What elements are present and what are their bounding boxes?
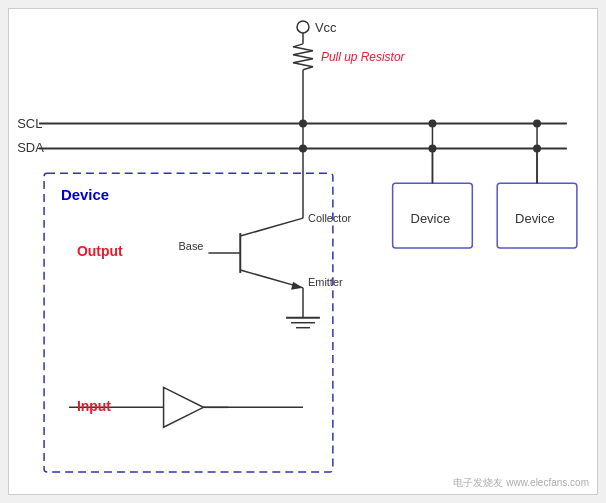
emitter-label: Emitter (308, 276, 343, 288)
main-device-label: Device (61, 186, 109, 203)
collector-label: Collector (308, 212, 352, 224)
base-label: Base (179, 240, 204, 252)
vcc-symbol (297, 21, 309, 33)
main-device-box (44, 173, 333, 472)
watermark: 电子发烧友 www.elecfans.com (453, 476, 589, 490)
input-label: Input (77, 398, 111, 414)
sda-label: SDA (17, 140, 44, 155)
device1-label: Device (411, 211, 451, 226)
svg-line-9 (240, 218, 303, 236)
diagram-container: Vcc Pull up Resistor SCL SDA (8, 8, 598, 495)
device2-label: Device (515, 211, 555, 226)
svg-marker-16 (164, 387, 204, 427)
svg-point-25 (428, 144, 436, 152)
scl-label: SCL (17, 116, 42, 131)
pull-up-resistor-label: Pull up Resistor (321, 50, 406, 64)
svg-point-23 (428, 120, 436, 128)
vcc-label: Vcc (315, 20, 337, 35)
svg-marker-11 (291, 282, 303, 290)
svg-point-29 (533, 144, 541, 152)
output-label: Output (77, 243, 123, 259)
svg-point-27 (533, 120, 541, 128)
